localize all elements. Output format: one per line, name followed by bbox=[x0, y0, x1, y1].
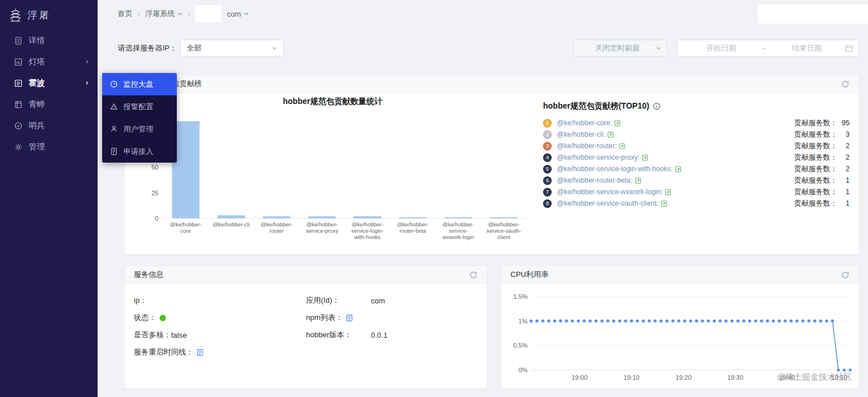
package-link-icon[interactable] bbox=[665, 189, 671, 195]
refresh-button[interactable] bbox=[841, 271, 850, 279]
package-name[interactable]: @ke/hobber-cli: bbox=[557, 130, 605, 138]
submenu-item-alerts[interactable]: 报警配置 bbox=[102, 95, 177, 118]
topbar-user-area[interactable] bbox=[758, 5, 868, 24]
restart-timeline-label: 服务重启时间线： bbox=[134, 347, 193, 357]
sidebar-item-manage[interactable]: 管理 bbox=[0, 136, 98, 157]
restart-timeline-icon[interactable] bbox=[196, 349, 204, 356]
package-link-icon[interactable] bbox=[675, 166, 681, 172]
contribution-count: 贡献服务数： 2 bbox=[795, 153, 850, 163]
svg-text:1.5%: 1.5% bbox=[513, 293, 528, 300]
top10-section: hobber规范包贡献榜(TOP10) 1@ke/hobber-core:贡献服… bbox=[541, 93, 859, 246]
package-link-icon[interactable] bbox=[635, 178, 641, 184]
server-ip-label: 请选择服务器IP： bbox=[118, 43, 177, 53]
contribution-bar-chart: 0255075100@ke/hobber-core@ke/hobber-cli@… bbox=[131, 108, 533, 246]
refresh-button[interactable] bbox=[841, 80, 850, 88]
server-ip-select[interactable]: 全部 bbox=[180, 40, 284, 57]
bottom-row: 服务信息 ip： 应用(Id)： com 状态： bbox=[124, 265, 859, 389]
calendar-icon bbox=[845, 44, 853, 52]
sidebar-item-sentry[interactable]: 哨兵 bbox=[0, 115, 98, 136]
auto-refresh-select[interactable]: 关闭定时刷新 bbox=[573, 40, 668, 57]
rank-badge: 3 bbox=[543, 142, 552, 151]
chevron-right-icon bbox=[84, 59, 90, 64]
sidebar-item-lighthouse[interactable]: 灯塔 bbox=[0, 51, 98, 72]
package-link-icon[interactable] bbox=[607, 132, 614, 138]
chevron-down-icon bbox=[177, 11, 183, 17]
info-icon[interactable] bbox=[653, 102, 661, 110]
breadcrumb-home[interactable]: 首页 bbox=[118, 9, 133, 19]
app-id-label: 应用(Id)： bbox=[306, 295, 371, 306]
service-info-header: 服务信息 bbox=[125, 266, 487, 284]
dashboard-icon bbox=[110, 80, 118, 88]
svg-text:@ke/hobber-: @ke/hobber- bbox=[352, 221, 383, 228]
package-link-icon[interactable] bbox=[661, 201, 667, 207]
contribution-count: 贡献服务数： 95 bbox=[795, 118, 850, 128]
service-info-panel: 服务信息 ip： 应用(Id)： com 状态： bbox=[124, 265, 487, 389]
svg-text:@ke/hobber-: @ke/hobber- bbox=[261, 221, 292, 228]
sidebar-item-detail[interactable]: 详情 bbox=[0, 30, 98, 51]
contribution-count: 贡献服务数： 3 bbox=[795, 130, 850, 140]
package-name[interactable]: @ke/hobber-service-login-with-hooks: bbox=[557, 165, 673, 173]
rank-badge: 8 bbox=[543, 199, 552, 208]
package-name[interactable]: @ke/hobber-core: bbox=[557, 119, 612, 127]
breadcrumb-label: 浮屠系统 bbox=[145, 9, 175, 19]
sidebar-item-hobber[interactable]: 霍波 bbox=[0, 72, 98, 94]
logo-text: 浮屠 bbox=[28, 9, 51, 22]
breadcrumb-separator: / bbox=[188, 10, 191, 18]
version-label: hobber版本： bbox=[306, 330, 371, 340]
refresh-icon bbox=[841, 271, 850, 279]
pagoda-logo-icon bbox=[8, 7, 23, 22]
service-info-title: 服务信息 bbox=[134, 269, 164, 280]
svg-text:core: core bbox=[180, 228, 191, 234]
chevron-down-icon bbox=[243, 11, 249, 17]
breadcrumb-system[interactable]: 浮屠系统 bbox=[145, 9, 183, 19]
package-name[interactable]: @ke/hobber-service-wxwork-login: bbox=[557, 188, 662, 196]
submenu-item-users[interactable]: 用户管理 bbox=[102, 118, 177, 140]
sidebar-item-label: 详情 bbox=[29, 36, 45, 46]
package-name[interactable]: @ke/hobber-service-oauth-client: bbox=[557, 199, 658, 207]
svg-text:router-beta: router-beta bbox=[400, 228, 427, 234]
svg-text:@ke/hobber-: @ke/hobber- bbox=[488, 221, 520, 228]
submenu-item-label: 报警配置 bbox=[123, 102, 153, 112]
npm-list-icon[interactable] bbox=[346, 314, 353, 322]
top10-item: 2@ke/hobber-cli:贡献服务数： 3 bbox=[543, 129, 850, 140]
sidebar-item-cicada[interactable]: 青蝉 bbox=[0, 94, 98, 115]
breadcrumb-app[interactable]: com bbox=[227, 10, 249, 18]
svg-text:service-: service- bbox=[449, 228, 468, 234]
cpu-panel-title: CPU利用率 bbox=[510, 269, 548, 280]
cpu-panel-header: CPU利用率 bbox=[501, 266, 859, 284]
apply-document-icon bbox=[110, 147, 118, 156]
top10-item: 8@ke/hobber-service-oauth-client:贡献服务数： … bbox=[543, 198, 850, 209]
contribution-chart-section: hobber规范包贡献数量统计 0255075100@ke/hobber-cor… bbox=[125, 93, 541, 246]
submenu-item-dashboard[interactable]: 监控大盘 bbox=[102, 73, 177, 95]
server-ip-value: 全部 bbox=[187, 43, 202, 53]
submenu-flyout: 监控大盘 报警配置 用户管理 申请接入 bbox=[102, 73, 177, 163]
watermark: @稀土掘金技术社区 bbox=[777, 372, 852, 383]
package-name[interactable]: @ke/hobber-router-beta: bbox=[557, 176, 633, 184]
date-range-picker[interactable]: 开始日期 ~ 结束日期 bbox=[677, 40, 859, 57]
warning-triangle-icon bbox=[110, 102, 118, 111]
logo[interactable]: 浮屠 bbox=[0, 0, 98, 30]
package-link-icon[interactable] bbox=[614, 120, 621, 126]
package-name[interactable]: @ke/hobber-router: bbox=[557, 142, 617, 150]
package-link-icon[interactable] bbox=[619, 143, 625, 149]
contribution-count: 贡献服务数： 1 bbox=[795, 176, 850, 186]
package-name[interactable]: @ke/hobber-service-proxy: bbox=[557, 153, 640, 161]
top10-item: 1@ke/hobber-core:贡献服务数： 95 bbox=[543, 117, 850, 129]
rank-badge: 4 bbox=[543, 153, 552, 162]
document-icon bbox=[14, 36, 23, 45]
chevron-down-icon bbox=[656, 45, 661, 51]
npm-list-label: npm列表： bbox=[306, 313, 343, 323]
package-link-icon[interactable] bbox=[642, 155, 648, 161]
submenu-item-apply[interactable]: 申请接入 bbox=[102, 140, 177, 163]
breadcrumb-app-box[interactable] bbox=[195, 5, 222, 22]
sidebar-item-label: 青蝉 bbox=[29, 99, 45, 110]
service-app-row: 应用(Id)： com bbox=[306, 292, 478, 309]
contribution-count: 贡献服务数： 1 bbox=[795, 199, 850, 209]
service-ip-row: ip： bbox=[134, 292, 306, 309]
breadcrumb: 首页 / 浮屠系统 / com bbox=[118, 5, 249, 22]
svg-text:service-login-: service-login- bbox=[351, 228, 384, 234]
submenu-item-label: 申请接入 bbox=[123, 147, 153, 157]
cpu-panel: CPU利用率 0%0.5%1%1.5%19:0019:1019:2019:301… bbox=[501, 265, 859, 389]
svg-text:router: router bbox=[269, 228, 284, 234]
refresh-button[interactable] bbox=[469, 271, 478, 279]
